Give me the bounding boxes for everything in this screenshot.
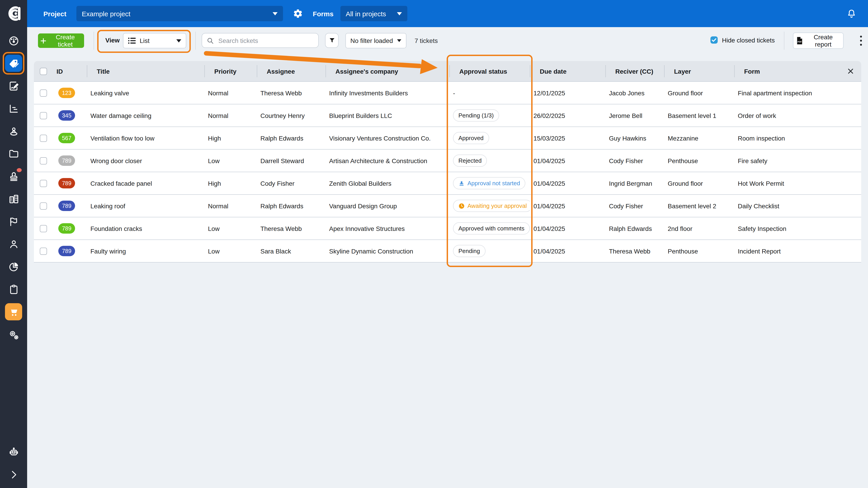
row-checkbox[interactable]	[40, 89, 47, 96]
cell-approval-status: Rejected	[450, 155, 530, 167]
tag-icon	[8, 58, 19, 69]
sidebar-item-site[interactable]	[0, 122, 27, 140]
sidebar-item-reports[interactable]	[0, 258, 27, 275]
sidebar-item-tickets[interactable]	[0, 54, 27, 72]
approval-status-badge[interactable]: Approval not started	[453, 177, 526, 189]
ticket-id-badge: 789	[58, 223, 75, 234]
sidebar-item-users[interactable]	[0, 235, 27, 253]
cell-title: Ventilation flow too low	[87, 134, 204, 142]
row-checkbox[interactable]	[40, 134, 47, 142]
sidebar-item-dashboard[interactable]	[0, 32, 27, 50]
sidebar-item-flags[interactable]	[0, 213, 27, 230]
row-checkbox[interactable]	[40, 202, 47, 209]
notifications-bell-icon[interactable]	[846, 8, 857, 19]
cell-receiver: Jacob Jones	[605, 89, 664, 96]
caret-down-icon	[397, 12, 402, 15]
cell-form: Hot Work Permit	[734, 180, 839, 187]
row-select-cell	[34, 112, 53, 119]
ticket-row[interactable]: 123Leaking valveNormalTheresa WebbInfini…	[34, 82, 861, 104]
ticket-id-badge: 789	[58, 246, 75, 256]
cell-layer: Penthouse	[664, 248, 734, 255]
ticket-row[interactable]: 567Ventilation flow too lowHighRalph Edw…	[34, 127, 861, 150]
select-all-checkbox[interactable]	[40, 68, 47, 75]
cell-assignee: Cody Fisher	[257, 180, 326, 187]
cell-id: 789	[53, 178, 87, 188]
column-header-id[interactable]: ID	[53, 61, 87, 81]
cell-receiver: Guy Hawkins	[605, 134, 664, 142]
row-checkbox[interactable]	[40, 180, 47, 187]
row-select-cell	[34, 225, 53, 232]
cart-icon	[8, 306, 19, 317]
column-header-reciver-cc[interactable]: Reciver (CC)	[605, 61, 664, 81]
sidebar-item-assistant[interactable]	[0, 443, 27, 461]
cell-due-date: 01/04/2025	[530, 248, 605, 255]
hide-closed-toggle[interactable]: Hide closed tickets	[710, 36, 775, 44]
sidebar-item-settings[interactable]	[0, 326, 27, 344]
ticket-row[interactable]: 345Water damage ceilingNormalCourtney He…	[34, 104, 861, 127]
gauge-icon	[8, 35, 19, 46]
ticket-row[interactable]: 789Wrong door closerLowDarrell StewardAr…	[34, 150, 861, 172]
column-header-due-date[interactable]: Due date	[530, 61, 605, 81]
row-select-cell	[34, 180, 53, 187]
clipboard-icon	[8, 284, 19, 295]
cell-priority: Normal	[204, 89, 257, 96]
sidebar-item-companies[interactable]	[0, 190, 27, 208]
project-select[interactable]: Example project	[76, 6, 283, 21]
view-select[interactable]: List	[123, 33, 186, 48]
column-header-priority[interactable]: Priority	[204, 61, 257, 81]
cell-due-date: 01/04/2025	[530, 157, 605, 164]
ticket-id-badge: 789	[58, 178, 75, 188]
ticket-id-badge: 789	[58, 201, 75, 211]
robot-icon	[8, 446, 19, 457]
cell-assignee: Theresa Webb	[257, 89, 326, 96]
row-checkbox[interactable]	[40, 225, 47, 232]
chevron-right-icon	[8, 469, 19, 480]
cell-title: Leaking valve	[87, 89, 204, 96]
ticket-row[interactable]: 789Leaking roofNormalRalph EdwardsVangua…	[34, 195, 861, 217]
kebab-menu-icon[interactable]	[856, 34, 865, 47]
filter-preset-select[interactable]: No filter loaded	[345, 33, 406, 48]
project-label: Project	[43, 10, 66, 18]
column-header-approval-status[interactable]: Approval status	[450, 61, 530, 81]
ticket-row[interactable]: 789Foundation cracksLowTheresa WebbApex …	[34, 217, 861, 240]
column-header-form[interactable]: Form	[734, 61, 839, 81]
column-header-assignee[interactable]: Assignee	[257, 61, 326, 81]
ticket-row[interactable]: 789Faulty wiringLowSara BlackSkyline Dyn…	[34, 240, 861, 263]
app-logo-icon[interactable]	[0, 0, 27, 27]
row-checkbox[interactable]	[40, 157, 47, 164]
sidebar-item-statistics[interactable]	[0, 99, 27, 118]
column-header-layer[interactable]: Layer	[664, 61, 734, 81]
stamp-icon	[458, 180, 465, 186]
cell-company: Apex Innovative Structures	[326, 225, 450, 232]
row-checkbox[interactable]	[40, 248, 47, 255]
row-select-cell	[34, 157, 53, 164]
ticket-row[interactable]: 789Cracked facade panelHighCody FisherZe…	[34, 172, 861, 195]
cell-id: 567	[53, 133, 87, 143]
checkbox-checked-icon[interactable]	[710, 36, 718, 44]
search-input[interactable]	[217, 36, 314, 44]
sidebar-item-approvals[interactable]	[0, 167, 27, 185]
project-settings-gear-icon[interactable]	[293, 8, 303, 19]
toolbar-divider	[784, 32, 784, 50]
sidebar-item-checklists[interactable]	[0, 280, 27, 298]
sidebar-item-expand[interactable]	[0, 465, 27, 484]
sidebar-item-procurement[interactable]	[0, 303, 27, 321]
column-header-assignee-s-company[interactable]: Assignee's company	[326, 61, 450, 81]
approval-status-badge[interactable]: Awaiting your approval	[453, 200, 530, 212]
view-select-value: List	[140, 37, 173, 44]
sidebar-item-forms[interactable]	[0, 77, 27, 95]
column-header-title[interactable]: Title	[87, 61, 204, 81]
sidebar-item-documents[interactable]	[0, 144, 27, 163]
create-ticket-button[interactable]: Create ticket	[38, 33, 84, 48]
cell-assignee: Courtney Henry	[257, 112, 326, 119]
cell-title: Foundation cracks	[87, 225, 204, 232]
pdf-icon: PDF	[796, 37, 803, 45]
ticket-id-badge: 567	[58, 133, 75, 143]
cell-priority: High	[204, 134, 257, 142]
forms-scope-select[interactable]: All in projects	[340, 6, 407, 21]
flag-icon	[8, 216, 19, 227]
row-checkbox[interactable]	[40, 112, 47, 119]
create-report-button[interactable]: PDF Create report	[793, 33, 844, 49]
close-table-icon[interactable]	[839, 61, 861, 81]
filter-button[interactable]	[325, 33, 339, 48]
